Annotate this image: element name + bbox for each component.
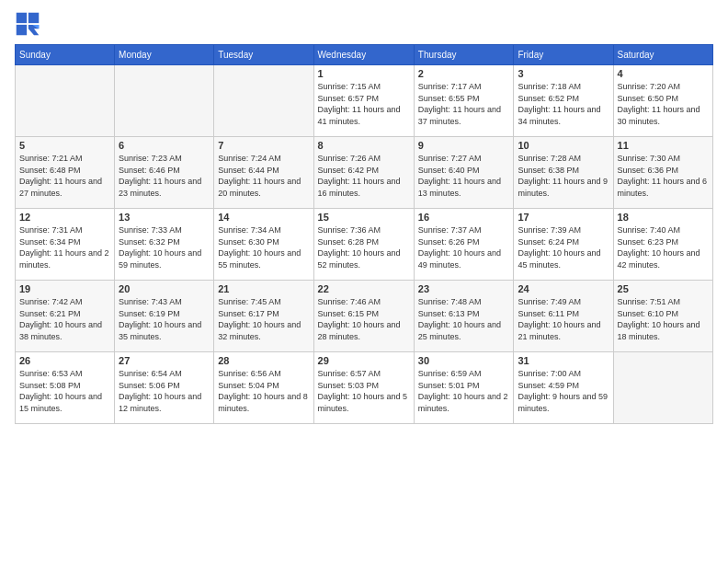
- calendar-cell: [115, 65, 214, 137]
- calendar-cell: [16, 65, 115, 137]
- calendar-week-2: 5Sunrise: 7:21 AM Sunset: 6:48 PM Daylig…: [16, 137, 713, 209]
- day-number: 19: [19, 283, 110, 294]
- day-info: Sunrise: 7:30 AM Sunset: 6:36 PM Dayligh…: [618, 153, 709, 199]
- day-number: 17: [518, 212, 609, 223]
- day-info: Sunrise: 7:00 AM Sunset: 4:59 PM Dayligh…: [518, 368, 609, 414]
- calendar-cell: 1Sunrise: 7:15 AM Sunset: 6:57 PM Daylig…: [313, 65, 414, 137]
- svg-rect-0: [17, 13, 27, 23]
- calendar-header: SundayMondayTuesdayWednesdayThursdayFrid…: [16, 45, 713, 65]
- day-header-thursday: Thursday: [414, 45, 514, 65]
- logo-icon: [15, 11, 40, 37]
- day-header-wednesday: Wednesday: [313, 45, 414, 65]
- calendar-cell: [613, 352, 712, 424]
- day-number: 23: [418, 283, 510, 294]
- calendar-cell: 22Sunrise: 7:46 AM Sunset: 6:15 PM Dayli…: [313, 281, 414, 352]
- calendar-cell: 30Sunrise: 6:59 AM Sunset: 5:01 PM Dayli…: [414, 352, 514, 424]
- calendar-cell: 3Sunrise: 7:18 AM Sunset: 6:52 PM Daylig…: [514, 65, 613, 137]
- calendar-week-3: 12Sunrise: 7:31 AM Sunset: 6:34 PM Dayli…: [16, 209, 713, 281]
- day-info: Sunrise: 7:49 AM Sunset: 6:11 PM Dayligh…: [518, 296, 609, 342]
- day-number: 8: [318, 140, 410, 151]
- calendar: SundayMondayTuesdayWednesdayThursdayFrid…: [15, 44, 713, 424]
- day-info: Sunrise: 7:26 AM Sunset: 6:42 PM Dayligh…: [318, 153, 410, 199]
- day-info: Sunrise: 6:56 AM Sunset: 5:04 PM Dayligh…: [218, 368, 309, 414]
- calendar-cell: 15Sunrise: 7:36 AM Sunset: 6:28 PM Dayli…: [313, 209, 414, 281]
- calendar-cell: 2Sunrise: 7:17 AM Sunset: 6:55 PM Daylig…: [414, 65, 514, 137]
- calendar-cell: 21Sunrise: 7:45 AM Sunset: 6:17 PM Dayli…: [214, 281, 313, 352]
- day-number: 4: [618, 68, 709, 79]
- day-number: 2: [418, 68, 510, 79]
- day-info: Sunrise: 7:27 AM Sunset: 6:40 PM Dayligh…: [418, 153, 510, 199]
- calendar-cell: 17Sunrise: 7:39 AM Sunset: 6:24 PM Dayli…: [514, 209, 613, 281]
- day-number: 31: [518, 355, 609, 366]
- day-number: 3: [518, 68, 609, 79]
- header: [15, 11, 713, 37]
- day-info: Sunrise: 6:57 AM Sunset: 5:03 PM Dayligh…: [318, 368, 410, 414]
- day-info: Sunrise: 7:46 AM Sunset: 6:15 PM Dayligh…: [318, 296, 410, 342]
- day-number: 18: [618, 212, 709, 223]
- svg-rect-2: [17, 25, 27, 35]
- logo: [15, 11, 44, 37]
- svg-rect-1: [28, 13, 39, 23]
- calendar-cell: 10Sunrise: 7:28 AM Sunset: 6:38 PM Dayli…: [514, 137, 613, 209]
- day-number: 9: [418, 140, 510, 151]
- day-info: Sunrise: 7:40 AM Sunset: 6:23 PM Dayligh…: [618, 224, 709, 270]
- day-number: 24: [518, 283, 609, 294]
- day-info: Sunrise: 7:17 AM Sunset: 6:55 PM Dayligh…: [418, 81, 510, 127]
- day-header-friday: Friday: [514, 45, 613, 65]
- day-info: Sunrise: 7:20 AM Sunset: 6:50 PM Dayligh…: [618, 81, 709, 127]
- day-number: 10: [518, 140, 609, 151]
- day-info: Sunrise: 7:51 AM Sunset: 6:10 PM Dayligh…: [618, 296, 709, 342]
- calendar-cell: 16Sunrise: 7:37 AM Sunset: 6:26 PM Dayli…: [414, 209, 514, 281]
- day-info: Sunrise: 7:15 AM Sunset: 6:57 PM Dayligh…: [318, 81, 410, 127]
- calendar-week-5: 26Sunrise: 6:53 AM Sunset: 5:08 PM Dayli…: [16, 352, 713, 424]
- day-number: 5: [19, 140, 110, 151]
- calendar-cell: 18Sunrise: 7:40 AM Sunset: 6:23 PM Dayli…: [613, 209, 712, 281]
- day-number: 7: [218, 140, 309, 151]
- day-info: Sunrise: 6:59 AM Sunset: 5:01 PM Dayligh…: [418, 368, 510, 414]
- day-info: Sunrise: 7:24 AM Sunset: 6:44 PM Dayligh…: [218, 153, 309, 199]
- day-info: Sunrise: 7:36 AM Sunset: 6:28 PM Dayligh…: [318, 224, 410, 270]
- day-info: Sunrise: 6:53 AM Sunset: 5:08 PM Dayligh…: [19, 368, 110, 414]
- day-number: 21: [218, 283, 309, 294]
- calendar-cell: 27Sunrise: 6:54 AM Sunset: 5:06 PM Dayli…: [115, 352, 214, 424]
- day-number: 1: [318, 68, 410, 79]
- calendar-cell: 31Sunrise: 7:00 AM Sunset: 4:59 PM Dayli…: [514, 352, 613, 424]
- calendar-body: 1Sunrise: 7:15 AM Sunset: 6:57 PM Daylig…: [16, 65, 713, 424]
- calendar-cell: 12Sunrise: 7:31 AM Sunset: 6:34 PM Dayli…: [16, 209, 115, 281]
- calendar-cell: 20Sunrise: 7:43 AM Sunset: 6:19 PM Dayli…: [115, 281, 214, 352]
- day-number: 25: [618, 283, 709, 294]
- day-info: Sunrise: 7:18 AM Sunset: 6:52 PM Dayligh…: [518, 81, 609, 127]
- day-number: 22: [318, 283, 410, 294]
- calendar-cell: 26Sunrise: 6:53 AM Sunset: 5:08 PM Dayli…: [16, 352, 115, 424]
- day-number: 27: [119, 355, 210, 366]
- calendar-cell: 24Sunrise: 7:49 AM Sunset: 6:11 PM Dayli…: [514, 281, 613, 352]
- day-info: Sunrise: 7:34 AM Sunset: 6:30 PM Dayligh…: [218, 224, 309, 270]
- day-number: 26: [19, 355, 110, 366]
- day-number: 13: [119, 212, 210, 223]
- day-number: 29: [318, 355, 410, 366]
- day-number: 12: [19, 212, 110, 223]
- day-info: Sunrise: 7:39 AM Sunset: 6:24 PM Dayligh…: [518, 224, 609, 270]
- day-number: 16: [418, 212, 510, 223]
- day-info: Sunrise: 6:54 AM Sunset: 5:06 PM Dayligh…: [119, 368, 210, 414]
- calendar-cell: 28Sunrise: 6:56 AM Sunset: 5:04 PM Dayli…: [214, 352, 313, 424]
- day-info: Sunrise: 7:33 AM Sunset: 6:32 PM Dayligh…: [119, 224, 210, 270]
- day-number: 11: [618, 140, 709, 151]
- day-header-monday: Monday: [115, 45, 214, 65]
- day-number: 6: [119, 140, 210, 151]
- day-info: Sunrise: 7:31 AM Sunset: 6:34 PM Dayligh…: [19, 224, 110, 270]
- calendar-cell: 5Sunrise: 7:21 AM Sunset: 6:48 PM Daylig…: [16, 137, 115, 209]
- calendar-cell: 19Sunrise: 7:42 AM Sunset: 6:21 PM Dayli…: [16, 281, 115, 352]
- calendar-cell: 9Sunrise: 7:27 AM Sunset: 6:40 PM Daylig…: [414, 137, 514, 209]
- day-header-tuesday: Tuesday: [214, 45, 313, 65]
- day-info: Sunrise: 7:43 AM Sunset: 6:19 PM Dayligh…: [119, 296, 210, 342]
- calendar-cell: 4Sunrise: 7:20 AM Sunset: 6:50 PM Daylig…: [613, 65, 712, 137]
- day-number: 20: [119, 283, 210, 294]
- calendar-cell: 29Sunrise: 6:57 AM Sunset: 5:03 PM Dayli…: [313, 352, 414, 424]
- day-header-saturday: Saturday: [613, 45, 712, 65]
- calendar-cell: 6Sunrise: 7:23 AM Sunset: 6:46 PM Daylig…: [115, 137, 214, 209]
- day-number: 28: [218, 355, 309, 366]
- calendar-week-4: 19Sunrise: 7:42 AM Sunset: 6:21 PM Dayli…: [16, 281, 713, 352]
- calendar-cell: 25Sunrise: 7:51 AM Sunset: 6:10 PM Dayli…: [613, 281, 712, 352]
- calendar-cell: 14Sunrise: 7:34 AM Sunset: 6:30 PM Dayli…: [214, 209, 313, 281]
